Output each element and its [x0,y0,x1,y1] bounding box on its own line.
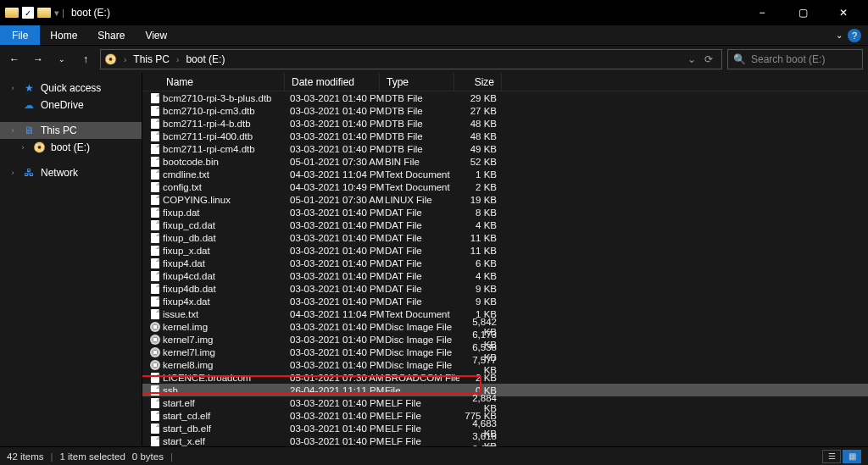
nav-row: ← → ⌄ ↑ 📀 › This PC › boot (E:) ⌄ ⟳ 🔍 Se… [0,46,868,73]
disc-icon [150,347,160,357]
file-row[interactable]: config.txt04-03-2021 10:49 PMText Docume… [142,180,868,193]
window-title: boot (E:) [71,7,110,19]
sidebar-item-quick-access[interactable]: ›★Quick access [0,80,142,97]
help-icon[interactable]: ? [848,29,861,42]
sidebar-item-network[interactable]: ›🖧Network [0,164,142,181]
file-row[interactable]: ssh26-04-2021 11:11 PMFile0 KB [142,384,868,396]
sidebar-item-this-pc[interactable]: ›🖥This PC [0,122,142,139]
disc-icon [150,322,160,332]
file-row[interactable]: kernel.img03-03-2021 01:40 PMDisc Image … [142,320,868,333]
crumb-this-pc[interactable]: This PC [133,53,170,65]
file-icon [151,195,159,205]
file-row[interactable]: COPYING.linux05-01-2021 07:30 AMLINUX Fi… [142,193,868,206]
file-icon [151,258,159,268]
nav-pane: ›★Quick access☁OneDrive›🖥This PC›📀boot (… [0,73,142,446]
sidebar-item-onedrive[interactable]: ☁OneDrive [0,97,142,113]
col-date[interactable]: Date modified [285,73,380,91]
file-list[interactable]: bcm2710-rpi-3-b-plus.dtb03-03-2021 01:40… [142,91,868,446]
file-icon [151,182,159,192]
file-row[interactable]: bcm2710-rpi-cm3.dtb03-03-2021 01:40 PMDT… [142,104,868,117]
address-bar[interactable]: 📀 › This PC › boot (E:) ⌄ ⟳ [100,49,722,69]
status-selected: 1 item selected [59,451,125,462]
tab-home[interactable]: Home [40,25,87,45]
file-row[interactable]: fixup.dat03-03-2021 01:40 PMDAT File8 KB [142,206,868,219]
file-row[interactable]: LICENCE.broadcom05-01-2021 07:30 AMBROAD… [142,371,868,384]
file-icon [151,131,159,141]
file-row[interactable]: fixup4cd.dat03-03-2021 01:40 PMDAT File4… [142,269,868,282]
file-icon [151,271,159,281]
file-row[interactable]: start.elf03-03-2021 01:40 PMELF File2,88… [142,396,868,409]
file-row[interactable]: kernel8.img03-03-2021 01:40 PMDisc Image… [142,358,868,371]
file-icon [151,423,159,434]
file-row[interactable]: bcm2711-rpi-400.dtb03-03-2021 01:40 PMDT… [142,130,868,142]
file-icon [151,284,159,294]
file-row[interactable]: start_x.elf03-03-2021 01:40 PMELF File3,… [142,435,868,446]
file-icon [151,157,159,167]
titlebar: ✓ ▾ | boot (E:) − ▢ ✕ [0,0,868,25]
file-icon [151,398,159,408]
refresh-icon[interactable]: ⟳ [704,53,713,65]
file-icon [151,246,159,256]
dropdown-icon[interactable]: ⌄ [687,53,696,65]
file-row[interactable]: kernel7.img03-03-2021 01:40 PMDisc Image… [142,333,868,346]
file-icon [151,208,159,218]
col-size[interactable]: Size [454,73,502,91]
file-icon [151,220,159,230]
tab-view[interactable]: View [135,25,177,45]
file-row[interactable]: bootcode.bin05-01-2021 07:30 AMBIN File5… [142,155,868,168]
file-row[interactable]: start_db.elf03-03-2021 01:40 PMELF File4… [142,422,868,435]
file-row[interactable]: fixup_cd.dat03-03-2021 01:40 PMDAT File4… [142,219,868,231]
view-large-button[interactable]: ▦ [843,450,861,463]
file-icon [151,296,159,307]
search-icon: 🔍 [733,53,746,65]
file-row[interactable]: bcm2710-rpi-3-b-plus.dtb03-03-2021 01:40… [142,91,868,104]
file-row[interactable]: kernel7l.img03-03-2021 01:40 PMDisc Imag… [142,346,868,358]
file-icon [151,436,159,446]
ribbon: File Home Share View ⌄ ? [0,25,868,46]
close-button[interactable]: ✕ [831,7,856,19]
expand-ribbon-icon[interactable]: ⌄ [836,30,843,40]
file-row[interactable]: start_cd.elf03-03-2021 01:40 PMELF File7… [142,409,868,422]
disc-icon [150,335,160,345]
col-type[interactable]: Type [380,73,454,91]
recent-button[interactable]: ⌄ [53,50,71,69]
file-row[interactable]: fixup4x.dat03-03-2021 01:40 PMDAT File9 … [142,295,868,307]
folder-icon [5,8,19,18]
file-row[interactable]: fixup_x.dat03-03-2021 01:40 PMDAT File11… [142,244,868,257]
disc-icon [150,360,160,370]
up-button[interactable]: ↑ [76,50,95,69]
drive-icon: 📀 [104,53,117,65]
back-button[interactable]: ← [5,50,24,69]
file-icon [151,385,159,396]
column-headers: Name Date modified Type Size [142,73,868,91]
tab-share[interactable]: Share [87,25,135,45]
file-icon [151,106,159,116]
status-bytes: 0 bytes [132,451,164,462]
sidebar-item-boot-e-[interactable]: ›📀boot (E:) [0,139,142,156]
crumb-boot[interactable]: boot (E:) [186,53,225,65]
status-items: 42 items [7,451,43,462]
file-menu[interactable]: File [0,25,40,45]
file-row[interactable]: fixup4db.dat03-03-2021 01:40 PMDAT File9… [142,282,868,295]
file-row[interactable]: bcm2711-rpi-cm4.dtb03-03-2021 01:40 PMDT… [142,142,868,155]
qat-separator: ▾ | [54,8,64,19]
file-row[interactable]: issue.txt04-03-2021 11:04 PMText Documen… [142,307,868,320]
file-icon [151,233,159,243]
col-name[interactable]: Name [142,73,285,91]
file-row[interactable]: fixup4.dat03-03-2021 01:40 PMDAT File6 K… [142,257,868,269]
view-details-button[interactable]: ☰ [822,450,841,463]
file-row[interactable]: bcm2711-rpi-4-b.dtb03-03-2021 01:40 PMDT… [142,117,868,130]
maximize-button[interactable]: ▢ [790,7,815,19]
checkbox-icon[interactable]: ✓ [22,7,34,19]
file-icon [151,93,159,103]
file-icon [151,411,159,421]
file-icon [151,373,159,383]
status-bar: 42 items | 1 item selected 0 bytes | ☰ ▦ [0,446,868,465]
forward-button[interactable]: → [29,50,47,69]
search-box[interactable]: 🔍 Search boot (E:) [727,49,863,69]
file-icon [151,309,159,319]
file-row[interactable]: fixup_db.dat03-03-2021 01:40 PMDAT File1… [142,231,868,244]
file-row[interactable]: cmdline.txt04-03-2021 11:04 PMText Docum… [142,168,868,180]
file-icon [151,144,159,154]
minimize-button[interactable]: − [749,7,775,19]
